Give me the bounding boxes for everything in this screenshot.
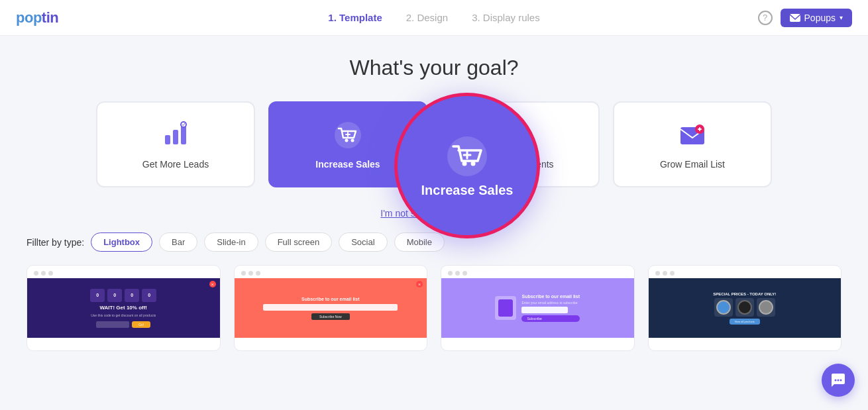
timer-box: 0: [142, 289, 156, 302]
goal-cards-container: Get More Leads Increase Sales: [27, 101, 841, 187]
dot: [41, 271, 46, 276]
template-dots-3: [441, 266, 634, 278]
chat-icon: [830, 372, 846, 388]
step-display-rules[interactable]: 3. Display rules: [472, 12, 540, 23]
dot: [655, 271, 660, 276]
template-input-row: Go!: [96, 321, 150, 328]
template-headline-4: SPECIAL PRICES - TODAY ONLY!: [713, 292, 776, 296]
timer-box: 0: [107, 289, 122, 302]
svg-rect-1: [165, 135, 170, 144]
dot: [663, 271, 667, 276]
filter-slide-in[interactable]: Slide-in: [204, 232, 258, 252]
template-dots-4: [649, 266, 841, 278]
template-preview-3: Subscribe to our email list Enter your e…: [441, 278, 634, 338]
template-preview-1: × 0 0 0 0 WAIT! Get 10% off! Use this co…: [27, 278, 220, 338]
timer-box: 0: [125, 289, 139, 302]
dot: [448, 271, 453, 276]
bar-chart-icon: [160, 119, 191, 151]
template-card-1[interactable]: × 0 0 0 0 WAIT! Get 10% off! Use this co…: [27, 265, 221, 351]
template-card-4[interactable]: SPECIAL PRICES - TODAY ONLY! View all pr…: [648, 265, 842, 351]
increase-sales-label: Increase Sales: [315, 159, 380, 170]
svg-rect-2: [173, 130, 178, 144]
filter-label: Fillter by type:: [27, 237, 84, 248]
step-design[interactable]: 2. Design: [406, 12, 448, 23]
template-bg-4: SPECIAL PRICES - TODAY ONLY! View all pr…: [649, 278, 841, 338]
svg-rect-0: [790, 14, 800, 22]
header: poptin 1. Template 2. Design 3. Display …: [0, 0, 868, 36]
product-item-2: [735, 298, 754, 317]
template-close-1: ×: [209, 281, 216, 287]
filter-bar: Fillter by type: Lightbox Bar Slide-in F…: [27, 232, 841, 252]
product-item-1: [714, 298, 733, 317]
step-template[interactable]: 1. Template: [328, 12, 382, 23]
chevron-down-icon: ▾: [840, 14, 843, 21]
template-dots-1: [27, 266, 220, 278]
template-email-input-2: [263, 304, 398, 311]
template-sub-3: Enter your email address to subscribe: [521, 301, 580, 305]
logo: poptin: [16, 9, 58, 26]
email-icon: [677, 119, 708, 151]
template-cta-btn-2: Subscribe Now: [311, 313, 350, 320]
dot: [462, 271, 467, 276]
template-cta-btn-4: View all products: [730, 319, 760, 325]
template-timer: 0 0 0 0: [90, 289, 156, 302]
grow-email-list-label: Grow Email List: [660, 159, 725, 170]
filter-social[interactable]: Social: [339, 232, 387, 252]
steps-nav: 1. Template 2. Design 3. Display rules: [328, 12, 539, 23]
template-input: [96, 321, 129, 328]
filter-lightbox[interactable]: Lightbox: [91, 232, 152, 252]
goal-card-announcements[interactable]: Announcements: [441, 101, 600, 187]
template-preview-4: SPECIAL PRICES - TODAY ONLY! View all pr…: [649, 278, 841, 338]
template-products-row: [714, 298, 775, 317]
dot: [48, 271, 53, 276]
filter-bar[interactable]: Bar: [159, 232, 197, 252]
page-title: What's your goal?: [27, 56, 841, 80]
filter-mobile[interactable]: Mobile: [394, 232, 445, 252]
template-cta-btn-1: Go!: [132, 321, 150, 328]
skip-link-container: I'm not sure, skip this step: [27, 207, 841, 219]
dot: [34, 271, 38, 276]
filter-full-screen[interactable]: Full screen: [265, 232, 333, 252]
template-headline-2: Subscribe to our email list: [301, 297, 360, 301]
goal-card-get-more-leads[interactable]: Get More Leads: [96, 101, 255, 187]
template-card-3[interactable]: Subscribe to our email list Enter your e…: [441, 265, 635, 351]
template-headline-3: Subscribe to our email list: [521, 294, 580, 299]
svg-point-16: [838, 380, 840, 382]
cart-icon: [332, 119, 364, 151]
main-content: What's your goal? Get More Leads: [0, 36, 868, 364]
svg-point-15: [835, 380, 837, 382]
header-right: ? Popups ▾: [758, 9, 852, 27]
product-item-3: [757, 298, 775, 317]
dot: [241, 271, 246, 276]
popups-dropdown-button[interactable]: Popups ▾: [781, 9, 852, 27]
svg-rect-9: [512, 132, 516, 139]
dot: [248, 271, 253, 276]
dot: [670, 271, 675, 276]
help-button[interactable]: ?: [758, 11, 773, 25]
chat-bubble-button[interactable]: [822, 364, 855, 397]
template-preview-2: × Subscribe to our email list Subscribe …: [235, 278, 427, 338]
megaphone-icon: [504, 119, 536, 151]
template-bg-1: × 0 0 0 0 WAIT! Get 10% off! Use this co…: [27, 278, 220, 338]
templates-row: × 0 0 0 0 WAIT! Get 10% off! Use this co…: [27, 265, 841, 351]
template-right-content-3: Subscribe to our email list Enter your e…: [521, 294, 580, 322]
template-close-2: ×: [416, 281, 423, 287]
template-sub-1: Use this code to get discount on all pro…: [91, 313, 156, 317]
goal-card-grow-email-list[interactable]: Grow Email List: [613, 101, 772, 187]
timer-box: 0: [90, 289, 105, 302]
svg-rect-3: [181, 126, 186, 144]
svg-point-8: [351, 139, 354, 142]
template-img-inner: [498, 299, 513, 317]
template-headline-1: WAIT! Get 10% off!: [99, 305, 147, 311]
skip-step-link[interactable]: I'm not sure, skip this step: [380, 208, 487, 219]
template-bg-3: Subscribe to our email list Enter your e…: [441, 278, 634, 338]
envelope-icon: [790, 14, 800, 22]
dot: [256, 271, 260, 276]
template-card-2[interactable]: × Subscribe to our email list Subscribe …: [234, 265, 428, 351]
template-dots-2: [235, 266, 427, 278]
template-email-input-3: [521, 307, 568, 313]
template-bg-2: × Subscribe to our email list Subscribe …: [235, 278, 427, 338]
goal-card-increase-sales[interactable]: Increase Sales: [268, 101, 427, 187]
dot: [455, 271, 460, 276]
announcements-label: Announcements: [486, 159, 553, 170]
